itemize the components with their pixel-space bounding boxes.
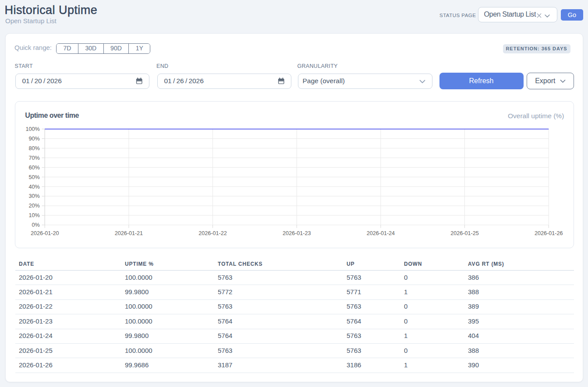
svg-text:20%: 20% [28,203,39,209]
svg-text:30%: 30% [28,194,39,200]
svg-text:40%: 40% [28,184,39,190]
svg-text:2026-01-23: 2026-01-23 [283,230,311,236]
svg-text:0%: 0% [32,222,39,228]
svg-text:2026-01-22: 2026-01-22 [198,230,227,236]
svg-text:90%: 90% [28,136,39,142]
svg-text:2026-01-25: 2026-01-25 [450,230,478,236]
svg-text:2026-01-21: 2026-01-21 [114,230,142,236]
svg-text:50%: 50% [28,174,39,180]
svg-text:100%: 100% [25,126,39,132]
svg-text:80%: 80% [28,145,39,151]
svg-text:2026-01-24: 2026-01-24 [366,230,394,236]
svg-text:2026-01-20: 2026-01-20 [31,230,59,236]
svg-text:70%: 70% [28,155,39,161]
svg-text:10%: 10% [28,212,39,218]
svg-text:2026-01-26: 2026-01-26 [535,230,563,236]
svg-text:60%: 60% [28,165,39,171]
